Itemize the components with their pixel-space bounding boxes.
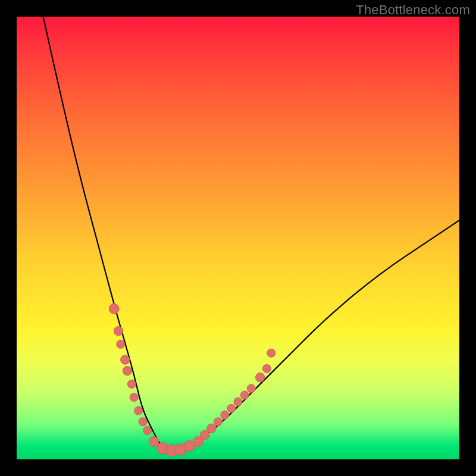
curve-layer — [17, 17, 459, 459]
data-marker — [214, 418, 223, 426]
outer-frame: TheBottleneck.com — [0, 0, 476, 476]
data-marker — [127, 380, 136, 389]
data-marker — [149, 437, 159, 447]
data-marker — [123, 367, 131, 375]
plot-area — [17, 17, 459, 459]
data-marker — [201, 430, 209, 439]
data-marker — [234, 397, 242, 406]
data-marker — [267, 349, 275, 357]
watermark-text: TheBottleneck.com — [356, 2, 470, 18]
data-marker — [134, 406, 143, 415]
data-marker — [262, 365, 271, 373]
data-marker — [207, 424, 216, 433]
data-marker — [121, 355, 130, 364]
data-marker — [247, 384, 255, 393]
data-marker — [114, 327, 123, 336]
data-marker — [221, 411, 229, 419]
curve-markers — [109, 304, 275, 456]
data-marker — [256, 373, 265, 382]
data-marker — [109, 304, 119, 314]
data-marker — [143, 427, 152, 435]
data-marker — [139, 418, 147, 426]
data-marker — [227, 404, 236, 412]
data-marker — [240, 391, 249, 399]
data-marker — [130, 393, 138, 402]
data-marker — [117, 340, 125, 349]
